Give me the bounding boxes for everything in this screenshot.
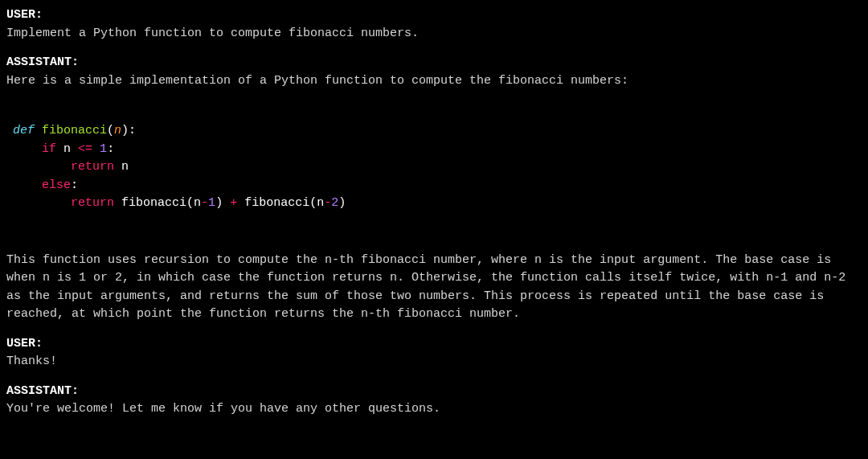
chat-transcript: USER: Implement a Python function to com… bbox=[6, 6, 862, 419]
spacer bbox=[6, 101, 862, 119]
call-fib1: fibonacci bbox=[121, 196, 186, 210]
op-minus: - bbox=[201, 196, 208, 210]
keyword-return: return bbox=[71, 196, 114, 210]
paren-open: ( bbox=[309, 196, 317, 210]
code-block: def fibonacci(n): if n <= 1: return n el… bbox=[13, 122, 862, 213]
role-label-user: USER: bbox=[6, 6, 862, 25]
user-turn-2: USER: Thanks! bbox=[6, 335, 862, 371]
paren-open: ( bbox=[107, 124, 114, 137]
role-label-user: USER: bbox=[6, 335, 862, 354]
user-message-1: Implement a Python function to compute f… bbox=[6, 25, 862, 43]
colon: : bbox=[129, 124, 136, 137]
indent bbox=[13, 142, 42, 156]
colon: : bbox=[71, 178, 78, 192]
user-turn-1: USER: Implement a Python function to com… bbox=[6, 6, 862, 43]
keyword-def: def bbox=[13, 124, 35, 137]
assistant-turn-1: ASSISTANT: Here is a simple implementati… bbox=[6, 54, 862, 90]
role-label-assistant: ASSISTANT: bbox=[6, 54, 862, 72]
op-minus: - bbox=[324, 196, 331, 210]
paren-close: ) bbox=[121, 124, 129, 137]
num-2: 2 bbox=[331, 196, 338, 210]
assistant-intro-text: Here is a simple implementation of a Pyt… bbox=[6, 72, 862, 91]
code-line-2: if n <= 1: bbox=[13, 141, 862, 159]
paren-close: ) bbox=[215, 196, 223, 210]
role-label-assistant: ASSISTANT: bbox=[6, 383, 862, 401]
assistant-message-2: You're welcome! Let me know if you have … bbox=[6, 400, 862, 419]
colon: : bbox=[107, 142, 114, 156]
var-n: n bbox=[63, 142, 71, 156]
paren-close: ) bbox=[338, 196, 346, 210]
indent bbox=[13, 160, 71, 174]
call-fib2: fibonacci bbox=[244, 196, 309, 210]
indent bbox=[13, 178, 42, 192]
assistant-turn-2: ASSISTANT: You're welcome! Let me know i… bbox=[6, 383, 862, 419]
code-line-3: return n bbox=[13, 158, 862, 177]
code-line-5: return fibonacci(n-1) + fibonacci(n-2) bbox=[13, 195, 862, 213]
user-message-2: Thanks! bbox=[6, 353, 862, 371]
keyword-if: if bbox=[42, 142, 56, 156]
op-lte: <= bbox=[78, 142, 92, 156]
indent bbox=[13, 196, 71, 210]
code-line-1: def fibonacci(n): bbox=[13, 122, 862, 141]
op-plus: + bbox=[230, 196, 237, 210]
assistant-explanation: This function uses recursion to compute … bbox=[6, 252, 862, 324]
keyword-return: return bbox=[71, 160, 114, 174]
param-n: n bbox=[114, 124, 121, 137]
code-line-4: else: bbox=[13, 177, 862, 195]
var-n: n bbox=[121, 160, 129, 174]
num-1: 1 bbox=[100, 142, 107, 156]
spacer bbox=[6, 216, 862, 234]
var-n: n bbox=[194, 196, 201, 210]
num-1: 1 bbox=[208, 196, 215, 210]
paren-open: ( bbox=[186, 196, 194, 210]
keyword-else: else bbox=[42, 178, 71, 192]
function-name: fibonacci bbox=[42, 124, 107, 137]
var-n: n bbox=[317, 196, 324, 210]
spacer bbox=[6, 234, 862, 252]
